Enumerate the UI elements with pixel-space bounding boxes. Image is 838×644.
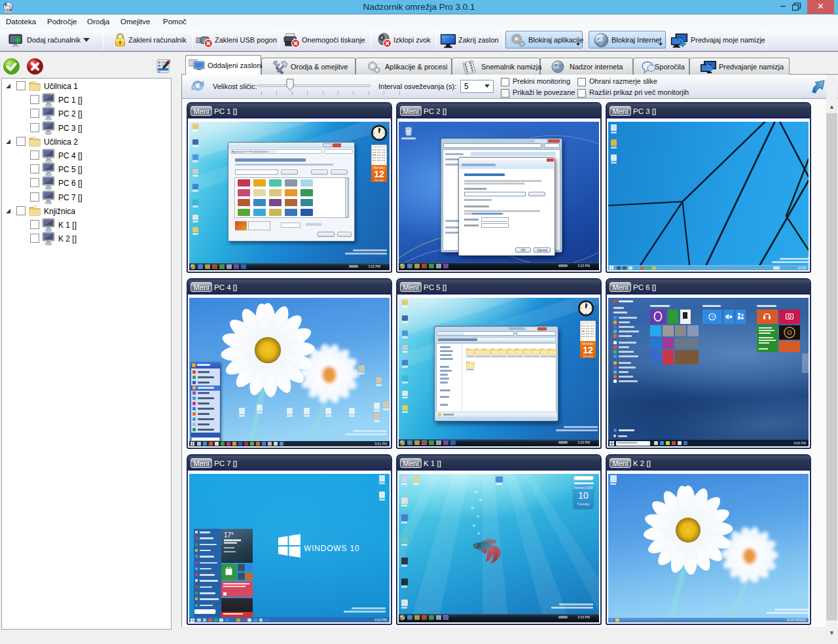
- svg-text:?: ?: [711, 315, 714, 319]
